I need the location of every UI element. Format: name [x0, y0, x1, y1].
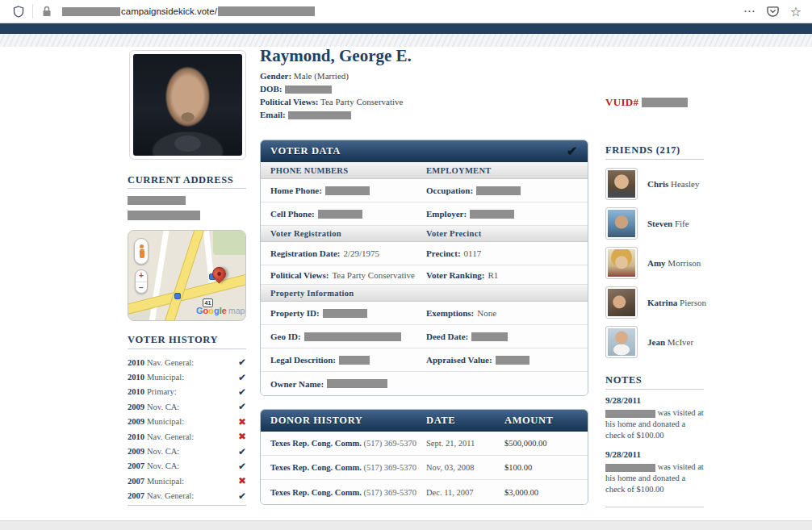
profile-photo-image — [133, 54, 242, 156]
bookmark-star-icon[interactable]: ☆ — [790, 4, 802, 19]
tracking-shield-icon[interactable] — [10, 2, 27, 20]
divider — [32, 4, 33, 19]
notes-title: NOTES — [605, 374, 642, 386]
field-value: Tea Party Conservative — [332, 270, 414, 280]
voter-history-row: 2009Nov. CA:✔ — [128, 444, 246, 458]
table-row: Property ID: Exemptions:None — [261, 302, 588, 325]
field-value: R1 — [488, 270, 498, 280]
url-domain-text[interactable]: campaignsidekick.vote/ — [121, 6, 217, 16]
friend-last-name: Fife — [675, 219, 689, 228]
employer-redacted — [470, 210, 514, 219]
donation-date: Sept. 21, 2011 — [426, 439, 504, 448]
page-actions-icon[interactable]: ⋯ — [743, 4, 756, 19]
google-map-embed[interactable]: 41 + − Googlemaps — [128, 230, 246, 321]
zoom-in-button[interactable]: + — [136, 270, 147, 282]
table-row: Geo ID: Deed Date: — [261, 325, 588, 348]
field-label: Cell Phone: — [270, 209, 315, 219]
profile-summary: Gender: Male (Married) DOB: Political Vi… — [260, 69, 403, 121]
voter-history-row: 2010Municipal:✔ — [128, 369, 246, 384]
voter-data-title: VOTER DATA — [270, 145, 341, 157]
check-icon: ✔ — [567, 144, 578, 159]
x-icon: ✖ — [238, 417, 246, 427]
voter-history-list: 2010Nav. General:✔ 2010Municipal:✔ 2010P… — [128, 355, 246, 503]
transit-stop-icon[interactable] — [174, 293, 181, 299]
election-year: 2007 — [128, 491, 144, 500]
field-label: Home Phone: — [270, 186, 322, 195]
field-label: Appraised Value: — [426, 355, 492, 365]
list-item-friend[interactable]: Chris Heasley — [605, 168, 714, 200]
owner-name-redacted — [327, 379, 387, 388]
subheader-phone-numbers: PHONE NUMBERS — [261, 166, 426, 175]
election-year: 2010 — [128, 373, 144, 382]
voter-history-row: 2010Nav. General:✔ — [128, 355, 246, 369]
election-label: Primary: — [147, 387, 177, 396]
friend-first-name: Chris — [647, 179, 668, 189]
field-label: Owner Name: — [270, 379, 324, 389]
voter-data-subheader: Property Information — [261, 285, 588, 302]
table-row: Texes Rep. Cong. Comm. (517) 369-5370 No… — [261, 456, 588, 480]
donation-amount: $100.00 — [504, 463, 532, 472]
list-item-friend[interactable]: Amy Morrison — [605, 247, 714, 279]
friend-last-name: Morrison — [668, 258, 701, 268]
browser-url-bar[interactable]: campaignsidekick.vote/ ⋯ ☆ — [0, 0, 812, 23]
voter-history-row: 2007Nav. General:✔ — [128, 489, 246, 503]
vuid-redacted — [642, 98, 688, 107]
address-line-1-redacted — [128, 196, 186, 205]
check-icon: ✔ — [238, 402, 246, 411]
column-header-amount: AMOUNT — [504, 415, 554, 427]
election-label: Nov. CA: — [147, 447, 179, 456]
election-label: Nav. General: — [147, 432, 194, 441]
list-item-friend[interactable]: Katrina Pierson — [605, 286, 714, 319]
table-row: Political Views:Tea Party Conservative V… — [261, 265, 588, 285]
friend-first-name: Amy — [647, 258, 666, 268]
map-zoom-control[interactable]: + − — [135, 269, 148, 294]
friend-avatar — [605, 168, 638, 200]
divider — [128, 505, 246, 506]
note-item: 9/28/2011 was visited at his home and do… — [605, 449, 707, 495]
list-item-friend[interactable]: Steven Fife — [605, 207, 714, 240]
vuid-field: VUID# — [605, 96, 688, 109]
lock-icon[interactable] — [38, 2, 56, 20]
logo-letter: G — [196, 306, 203, 315]
email-field: Email: — [260, 108, 403, 121]
dob-redacted — [285, 86, 332, 94]
site-header-band — [0, 23, 812, 34]
field-label: Occupation: — [426, 186, 473, 195]
divider — [128, 188, 246, 189]
page-footer-band — [0, 520, 812, 530]
election-label: Nov. CA: — [147, 461, 179, 470]
subheader-voter-precinct: Voter Precinct — [426, 229, 481, 238]
friend-last-name: Pierson — [680, 298, 706, 307]
donor-name: Texes Rep. Cong. Comm. — [270, 488, 362, 497]
home-phone-redacted — [325, 186, 370, 195]
check-icon: ✔ — [238, 373, 246, 382]
political-views-field: Political Views: Tea Party Conservative — [260, 95, 403, 108]
donor-history-title: DONOR HISTORY — [270, 415, 426, 427]
list-item-friend[interactable]: Jean McIver — [605, 326, 714, 358]
field-label: Deed Date: — [426, 332, 468, 341]
cell-phone-redacted — [318, 210, 362, 219]
zoom-out-button[interactable]: − — [136, 282, 147, 294]
donor-history-header: DONOR HISTORY DATE AMOUNT — [261, 410, 588, 432]
friend-avatar — [605, 286, 638, 319]
pegman-icon — [139, 244, 144, 259]
friends-list: Chris Heasley Steven Fife Amy Morrison K… — [605, 168, 714, 365]
field-label: Gender: — [260, 71, 291, 81]
donor-phone: (517) 369-5370 — [363, 488, 416, 497]
note-name-redacted — [605, 464, 655, 472]
divider — [128, 348, 246, 349]
current-address-title: CURRENT ADDRESS — [128, 174, 233, 186]
field-label: Employer: — [426, 209, 467, 219]
appraised-value-redacted — [496, 356, 529, 365]
street-view-pegman-control[interactable] — [134, 238, 149, 265]
friend-first-name: Katrina — [647, 298, 677, 307]
pocket-icon[interactable] — [764, 2, 782, 20]
note-date: 9/28/2011 — [605, 449, 707, 460]
divider — [605, 507, 704, 507]
donor-phone: (517) 369-5370 — [363, 439, 416, 448]
geo-id-redacted — [304, 332, 401, 341]
address-line-2-redacted — [128, 211, 200, 220]
striped-background-band — [0, 34, 812, 47]
field-value: 0117 — [464, 248, 482, 258]
check-icon: ✔ — [238, 447, 246, 457]
